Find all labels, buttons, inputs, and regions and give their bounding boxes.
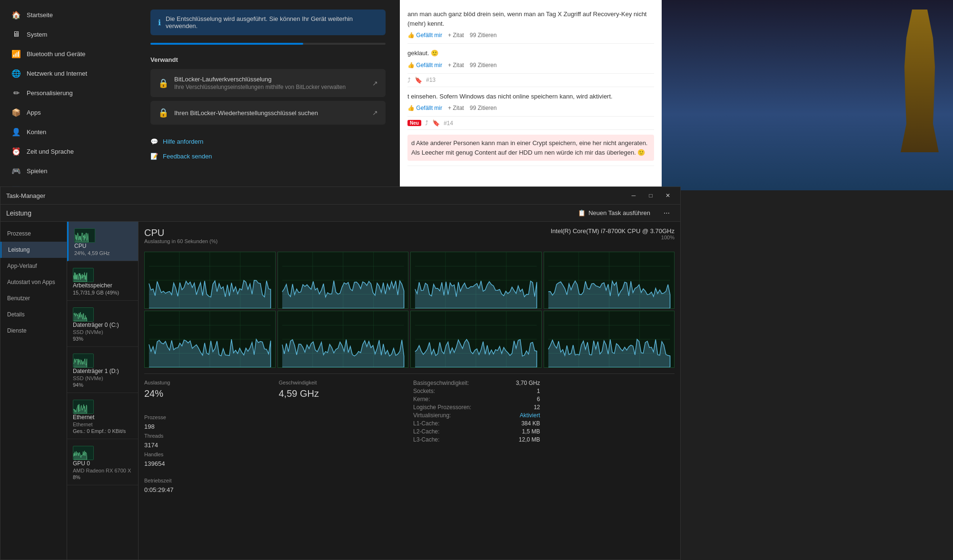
tm-main: CPU 24%, 4,59 GHz Arbeitsspeicher 15,7/3… <box>67 222 680 560</box>
sidebar-item-netzwerk[interactable]: 🌐Netzwerk und Internet <box>4 64 132 83</box>
sidebar-label-zeit: Zeit und Sprache <box>27 148 74 155</box>
cite-btn-1[interactable]: 99 Zitieren <box>470 32 497 39</box>
tm-nav-leistung[interactable]: Leistung <box>0 242 67 258</box>
help-link-2-label: Feedback senden <box>163 153 212 160</box>
tower-silhouette <box>901 10 939 152</box>
betriebszeit-value: 0:05:29:47 <box>144 486 271 493</box>
tm-device-ethernet[interactable]: Ethernet Ethernet Ges.: 0 Empf.: 0 KBit/… <box>67 393 138 439</box>
help-link-2[interactable]: 📝 Feedback senden <box>150 149 386 164</box>
tm-nav-prozesse[interactable]: Prozesse <box>0 226 67 242</box>
sidebar-item-spielen[interactable]: 🎮Spielen <box>4 161 132 180</box>
help-links: 💬 Hilfe anfordern 📝 Feedback senden <box>150 134 386 164</box>
more-options-button[interactable]: ⋯ <box>659 207 675 218</box>
tm-device-disk0[interactable]: Datenträger 0 (C:) SSD (NVMe) 93% <box>67 301 138 347</box>
virt-label: Virtualisierung: <box>413 412 451 419</box>
logische-label: Logische Prozessoren: <box>413 404 471 411</box>
task-manager: Task-Manager ─ □ ✕ Leistung 📋 Neuen Task… <box>0 187 681 560</box>
kerne-label: Kerne: <box>413 396 430 403</box>
forum-post-4-text: d Akte anderer Personen kann man in eine… <box>407 135 654 161</box>
share-icon-14[interactable]: ⤴ <box>425 119 428 127</box>
quote-btn-2[interactable]: + Zitat <box>448 62 464 69</box>
sidebar-label-system: System <box>27 31 47 38</box>
sidebar-item-startseite[interactable]: 🏠Startseite <box>4 5 132 24</box>
sidebar-label-spielen: Spielen <box>27 167 47 175</box>
related-item-1[interactable]: 🔒 Ihren BitLocker-Wiederherstellungsschl… <box>150 101 386 125</box>
desktop-wallpaper <box>662 0 953 190</box>
konten-icon: 👤 <box>11 127 21 137</box>
logische-value: 12 <box>534 404 540 411</box>
related-item-0[interactable]: 🔒 BitLocker-Laufwerkverschlüsselung Ihre… <box>150 69 386 97</box>
tm-toolbar-title: Leistung <box>6 209 31 217</box>
tm-device-gpu0[interactable]: GPU 0 AMD Radeon RX 6700 X 8% <box>67 439 138 485</box>
sockets-value: 1 <box>537 388 540 394</box>
info-banner: ℹ Die Entschlüsselung wird ausgeführt. S… <box>150 10 386 35</box>
related-items-container: 🔒 BitLocker-Laufwerkverschlüsselung Ihre… <box>150 69 386 125</box>
sidebar-label-bluetooth: Bluetooth und Geräte <box>27 50 86 58</box>
tm-body: ProzesseLeistungApp-VerlaufAutostart von… <box>0 222 680 560</box>
device-name-disk1: Datenträger 1 (D:) <box>73 368 132 374</box>
bookmark-icon-13[interactable]: 🔖 <box>415 77 422 84</box>
device-graph-ethernet <box>73 400 94 414</box>
sidebar-item-zeit[interactable]: ⏰Zeit und Sprache <box>4 142 132 161</box>
bookmark-icon-14[interactable]: 🔖 <box>432 119 440 127</box>
device-graph-disk0 <box>73 307 94 322</box>
sockets-label: Sockets: <box>413 388 435 394</box>
like-btn-1[interactable]: 👍 Gefällt mir <box>407 32 442 39</box>
spielen-icon: 🎮 <box>11 166 21 176</box>
device-stat-disk0: 93% <box>73 336 132 342</box>
share-icon-13[interactable]: ⤴ <box>407 77 411 84</box>
neu-badge: Neu <box>407 120 421 126</box>
help-link-1[interactable]: 💬 Hilfe anfordern <box>150 134 386 149</box>
forum-post-1: ann man auch ganz blöd drein sein, wenn … <box>407 5 654 44</box>
device-sub-gpu0: AMD Radeon RX 6700 X <box>73 468 132 473</box>
sidebar-item-bluetooth[interactable]: 📶Bluetooth und Geräte <box>4 44 132 63</box>
forum-content: ann man auch ganz blöd drein sein, wenn … <box>400 0 662 190</box>
sidebar-label-personalisierung: Personalisierung <box>27 89 73 97</box>
startseite-icon: 🏠 <box>11 10 21 20</box>
cpu-chart-2 <box>410 252 542 309</box>
cpu-chart-1 <box>278 252 409 309</box>
quote-btn-1[interactable]: + Zitat <box>448 32 464 39</box>
forum-post-3-actions: 👍 Gefällt mir + Zitat 99 Zitieren <box>407 105 654 111</box>
cite-btn-3[interactable]: 99 Zitieren <box>470 105 497 111</box>
l3-value: 12,0 MB <box>519 436 540 443</box>
sidebar-label-startseite: Startseite <box>27 11 53 19</box>
sidebar-item-apps[interactable]: 📦Apps <box>4 103 132 122</box>
minimize-button[interactable]: ─ <box>627 191 640 200</box>
tm-device-disk1[interactable]: Datenträger 1 (D:) SSD (NVMe) 94% <box>67 347 138 393</box>
forum-post-2-text: geklaut. 🙂 <box>407 49 654 58</box>
device-stat-cpu: 24%, 4,59 GHz <box>74 250 132 256</box>
tm-toolbar: Leistung 📋 Neuen Task ausführen ⋯ <box>0 205 680 222</box>
sidebar-item-system[interactable]: 🖥System <box>4 25 132 44</box>
zeit-icon: ⏰ <box>11 147 21 156</box>
related-item-icon-0: 🔒 <box>158 78 169 88</box>
device-sub-ethernet: Ethernet <box>73 422 132 427</box>
device-sub-disk1: SSD (NVMe) <box>73 375 132 381</box>
forum-post-2-actions: 👍 Gefällt mir + Zitat 99 Zitieren <box>407 62 654 69</box>
tm-toolbar-actions: 📋 Neuen Task ausführen ⋯ <box>573 207 675 218</box>
tm-nav-app_verlauf[interactable]: App-Verlauf <box>0 258 67 274</box>
device-name-gpu0: GPU 0 <box>73 460 132 467</box>
cpu-details-1: Basisgeschwindigkeit: 3,70 GHz Sockets: … <box>413 380 540 493</box>
cite-btn-2[interactable]: 99 Zitieren <box>470 62 497 69</box>
like-btn-3[interactable]: 👍 Gefällt mir <box>407 105 442 111</box>
tm-device-cpu[interactable]: CPU 24%, 4,59 GHz <box>67 222 138 261</box>
sidebar-item-personalisierung[interactable]: ✏Personalisierung <box>4 83 132 102</box>
close-button[interactable]: ✕ <box>661 191 675 200</box>
like-btn-2[interactable]: 👍 Gefällt mir <box>407 62 442 69</box>
cpu-chart-5 <box>278 311 409 368</box>
quote-btn-3[interactable]: + Zitat <box>448 105 464 111</box>
tm-nav-autostart[interactable]: Autostart von Apps <box>0 274 67 290</box>
tm-nav-dienste[interactable]: Dienste <box>0 323 67 339</box>
external-link-icon-0: ↗ <box>372 79 378 87</box>
sidebar-item-konten[interactable]: 👤Konten <box>4 122 132 141</box>
new-task-button[interactable]: 📋 Neuen Task ausführen <box>573 207 655 218</box>
tm-nav-benutzer[interactable]: Benutzer <box>0 290 67 306</box>
sidebar-label-konten: Konten <box>27 128 46 136</box>
info-icon: ℹ <box>158 18 161 27</box>
tm-device-arbeitsspeicher[interactable]: Arbeitsspeicher 15,7/31,9 GB (49%) <box>67 261 138 301</box>
tm-nav-details[interactable]: Details <box>0 306 67 323</box>
geschwindigkeit-label: Geschwindigkeit <box>279 380 406 385</box>
device-graph-gpu0 <box>73 446 94 460</box>
maximize-button[interactable]: □ <box>644 191 657 200</box>
